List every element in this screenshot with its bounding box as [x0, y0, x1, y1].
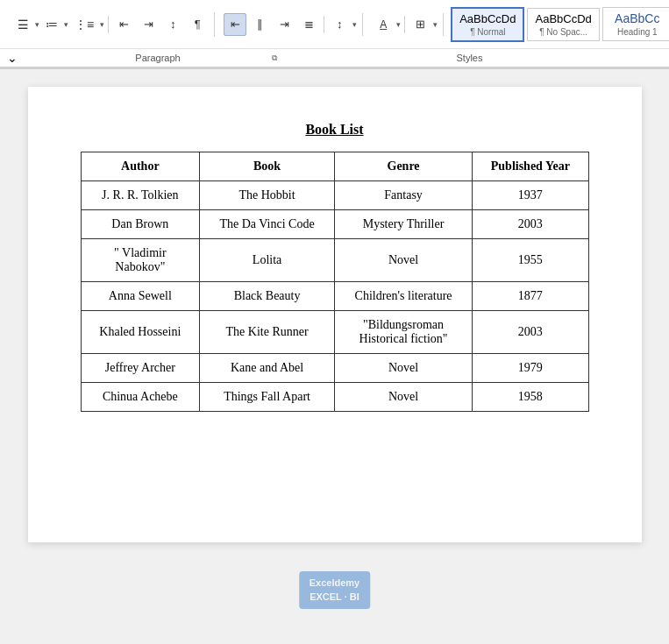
table-row: J. R. R. TolkienThe HobbitFantasy1937: [81, 181, 588, 210]
ribbon-toolbar: ☰ ▾ ≔ ▾ ⋮≡ ▾ ⇤ ⇥ ↕: [0, 0, 669, 49]
numbering-button[interactable]: ≔: [41, 12, 62, 37]
table-row: Dan BrownThe Da Vinci CodeMystery Thrill…: [81, 210, 588, 239]
bullets-icon: ☰: [18, 18, 29, 31]
book-list-title: Book List: [81, 122, 589, 138]
cell-4-0: Khaled Hosseini: [81, 311, 200, 354]
style-heading1-label: Heading 1: [610, 27, 665, 37]
shading-button[interactable]: A: [372, 13, 395, 36]
pilcrow-button[interactable]: ¶: [186, 13, 209, 36]
cell-0-3: 1937: [473, 181, 588, 210]
style-heading1-sample: AaBbCc: [610, 11, 665, 25]
styles-section: AaBbCcDd ¶ Normal AaBbCcDd ¶ No Spac... …: [451, 7, 669, 42]
cell-0-2: Fantasy: [334, 181, 472, 210]
multilevel-icon: ⋮≡: [75, 18, 94, 31]
justify-button[interactable]: ≣: [297, 13, 320, 36]
bullets-button[interactable]: ☰: [12, 12, 33, 37]
cell-1-0: Dan Brown: [81, 210, 200, 239]
align-right-icon: ⇥: [280, 18, 289, 31]
justify-icon: ≣: [304, 18, 314, 31]
cell-6-1: Things Fall Apart: [200, 383, 335, 412]
cell-6-0: Chinua Achebe: [81, 383, 200, 412]
table-row: Jeffrey ArcherKane and AbelNovel1979: [81, 354, 588, 383]
labels-row: ⌄ Paragraph ⧉ Styles: [0, 49, 669, 68]
borders-icon: ⊞: [416, 18, 425, 31]
line-spacing-button[interactable]: ↕: [328, 13, 351, 36]
style-normal-sample: AaBbCcDd: [459, 12, 516, 25]
cell-2-1: Lolita: [200, 239, 335, 282]
cell-6-2: Novel: [334, 383, 472, 412]
style-nospace-box[interactable]: AaBbCcDd ¶ No Spac...: [527, 8, 599, 41]
cell-1-3: 2003: [473, 210, 588, 239]
line-spacing-icon: ↕: [337, 18, 343, 31]
cell-3-3: 1877: [473, 282, 588, 311]
style-normal-box[interactable]: AaBbCcDd ¶ Normal: [451, 7, 524, 42]
alignment-group: ⇤ ∥ ⇥ ≣ ↕ ▾: [218, 13, 363, 36]
cell-4-2: "Bildungsroman Historical fiction": [334, 311, 472, 354]
numbering-icon: ≔: [46, 18, 58, 31]
page: Book List Author Book Genre Published Ye…: [28, 87, 642, 542]
align-left-button[interactable]: ⇤: [224, 13, 246, 36]
cell-1-2: Mystery Thriller: [334, 210, 472, 239]
cell-2-3: 1955: [473, 239, 588, 282]
sort-icon: ↕: [170, 18, 176, 31]
table-row: " Vladimir Nabokov"LolitaNovel1955: [81, 239, 588, 282]
shading-group: A ▾ ⊞ ▾: [367, 13, 444, 36]
decrease-indent-icon: ⇤: [119, 18, 129, 31]
multilevel-button[interactable]: ⋮≡: [70, 12, 98, 37]
cell-4-1: The Kite Runner: [200, 311, 335, 354]
align-left-icon: ⇤: [231, 18, 240, 31]
cell-2-0: " Vladimir Nabokov": [81, 239, 200, 282]
cell-5-0: Jeffrey Archer: [81, 354, 200, 383]
col-year-header: Published Year: [473, 152, 588, 181]
style-normal-label: ¶ Normal: [459, 27, 516, 37]
document-area: Book List Author Book Genre Published Ye…: [0, 69, 669, 560]
align-center-button[interactable]: ∥: [248, 13, 271, 36]
paragraph-label: Paragraph: [35, 53, 281, 63]
cell-2-2: Novel: [334, 239, 472, 282]
book-table: Author Book Genre Published Year J. R. R…: [81, 152, 589, 412]
col-book-header: Book: [200, 152, 335, 181]
col-author-header: Author: [81, 152, 200, 181]
align-center-icon: ∥: [257, 18, 263, 31]
cell-4-3: 2003: [473, 311, 588, 354]
cell-1-1: The Da Vinci Code: [200, 210, 335, 239]
align-right-button[interactable]: ⇥: [273, 13, 295, 36]
cell-6-3: 1958: [473, 383, 588, 412]
list-group: ☰ ▾ ≔ ▾ ⋮≡ ▾ ⇤ ⇥ ↕: [7, 12, 215, 37]
cell-0-0: J. R. R. Tolkien: [81, 181, 200, 210]
borders-dropdown[interactable]: ▾: [433, 20, 438, 29]
cell-5-1: Kane and Abel: [200, 354, 335, 383]
style-nospace-sample: AaBbCcDd: [535, 12, 591, 25]
divider1: [108, 16, 109, 33]
left-expand-icon[interactable]: ⌄: [7, 51, 35, 65]
style-heading1-box[interactable]: AaBbCc Heading 1: [602, 7, 669, 41]
numbering-dropdown[interactable]: ▾: [64, 20, 68, 29]
cell-3-1: Black Beauty: [200, 282, 335, 311]
decrease-indent-button[interactable]: ⇤: [112, 13, 135, 36]
pilcrow-icon: ¶: [195, 18, 201, 31]
line-spacing-dropdown[interactable]: ▾: [352, 20, 357, 29]
shading-dropdown[interactable]: ▾: [396, 20, 401, 29]
cell-5-3: 1979: [473, 354, 588, 383]
cell-0-1: The Hobbit: [200, 181, 335, 210]
multilevel-dropdown[interactable]: ▾: [100, 20, 104, 29]
borders-button[interactable]: ⊞: [409, 13, 431, 36]
table-header-row: Author Book Genre Published Year: [81, 152, 588, 181]
col-genre-header: Genre: [334, 152, 472, 181]
increase-indent-icon: ⇥: [144, 18, 153, 31]
sort-button[interactable]: ↕: [161, 13, 184, 36]
shading-icon: A: [380, 18, 387, 31]
cell-3-0: Anna Sewell: [81, 282, 200, 311]
ribbon: ☰ ▾ ≔ ▾ ⋮≡ ▾ ⇤ ⇥ ↕: [0, 0, 669, 69]
cell-5-2: Novel: [334, 354, 472, 383]
divider3: [404, 16, 405, 33]
styles-label: Styles: [277, 53, 662, 63]
style-nospace-label: ¶ No Spac...: [535, 27, 591, 37]
divider2: [324, 16, 324, 33]
bullets-dropdown[interactable]: ▾: [35, 20, 39, 29]
increase-indent-button[interactable]: ⇥: [137, 13, 160, 36]
table-row: Khaled HosseiniThe Kite Runner"Bildungsr…: [81, 311, 588, 354]
table-row: Chinua AchebeThings Fall ApartNovel1958: [81, 383, 588, 412]
table-row: Anna SewellBlack BeautyChildren's litera…: [81, 282, 588, 311]
cell-3-2: Children's literature: [334, 282, 472, 311]
